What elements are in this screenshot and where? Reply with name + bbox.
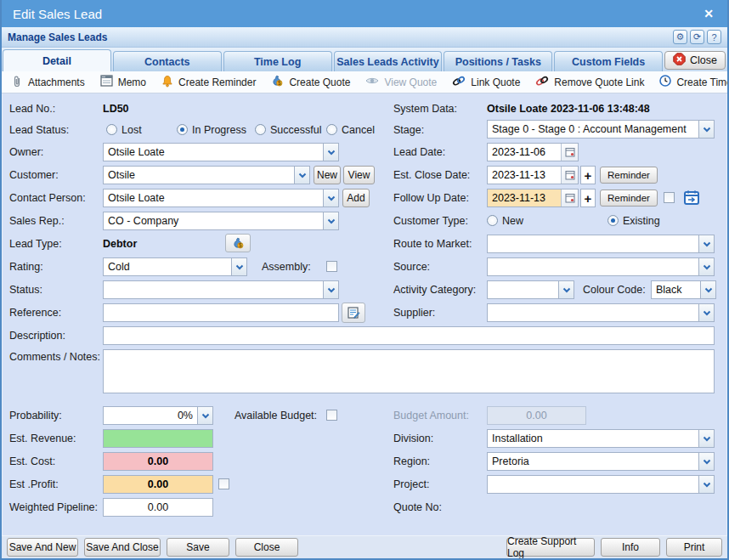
lead-status-lost-radio[interactable] (106, 124, 117, 135)
info-button[interactable]: Info (601, 538, 660, 557)
lead-status-in-progress-label[interactable]: In Progress (192, 124, 246, 136)
chevron-down-icon (558, 281, 574, 298)
memo-button[interactable]: Memo (93, 71, 154, 93)
chevron-down-icon (323, 144, 338, 161)
settings-icon[interactable]: ⚙ (673, 30, 687, 44)
system-data-label: System Data: (393, 103, 457, 115)
tab-sales-leads-activity[interactable]: Sales Leads Activity (334, 51, 443, 71)
customer-type-existing-radio[interactable] (608, 215, 619, 226)
lead-status-successful-radio[interactable] (255, 124, 266, 135)
customer-type-new-radio[interactable] (487, 215, 498, 226)
lead-status-successful-label[interactable]: Successful (270, 124, 321, 136)
title-bar: Edit Sales Lead ✕ (2, 0, 727, 27)
weighted-pipeline-label: Weighted Pipeline: (9, 501, 98, 513)
customer-type-existing-label[interactable]: Existing (623, 215, 660, 227)
owner-value: Otsile Loate (104, 144, 323, 161)
lead-status-cancel-radio[interactable] (326, 124, 337, 135)
date-picker-icon[interactable] (561, 144, 578, 161)
customer-view-button[interactable]: View (343, 166, 375, 184)
tab-contacts[interactable]: Contacts (113, 51, 222, 71)
est-profit-checkbox[interactable] (218, 478, 229, 489)
memo-label: Memo (118, 76, 146, 88)
follow-up-reminder-button[interactable]: Reminder (600, 189, 658, 206)
sales-rep-select[interactable]: CO - Company (103, 212, 339, 230)
tab-custom-fields[interactable]: Custom Fields (554, 51, 663, 71)
follow-up-checkbox[interactable] (664, 192, 675, 203)
date-picker-icon[interactable] (561, 167, 578, 184)
remove-quote-link-button[interactable]: Remove Quote Link (528, 71, 652, 93)
lead-status-in-progress-radio[interactable] (177, 124, 188, 135)
est-close-date-add-icon[interactable]: + (580, 166, 596, 184)
supplier-value (488, 304, 698, 321)
activity-category-select[interactable] (487, 280, 574, 299)
colour-code-select[interactable]: Black (651, 280, 716, 299)
reference-input[interactable] (103, 303, 339, 322)
close-button[interactable]: Close (235, 538, 298, 557)
customer-type-new-label[interactable]: New (502, 215, 523, 227)
calendar-schedule-icon[interactable] (681, 188, 703, 207)
chevron-down-icon (700, 281, 715, 298)
est-close-date-input[interactable]: 2023-11-13 (487, 166, 579, 184)
print-button[interactable]: Print (666, 538, 722, 557)
est-cost-field[interactable]: 0.00 (103, 452, 213, 471)
create-reminder-button[interactable]: Create Reminder (154, 71, 263, 93)
lead-type-money-bag-icon[interactable]: $ (225, 234, 251, 252)
create-support-log-button[interactable]: Create Support Log (506, 538, 595, 557)
budget-amount-input (487, 406, 586, 425)
probability-value: 0% (104, 407, 197, 424)
save-and-new-button[interactable]: Save And New (7, 538, 78, 557)
follow-up-date-input[interactable]: 2023-11-13 (487, 189, 579, 207)
customer-select[interactable]: Otsile (103, 166, 310, 184)
est-profit-field[interactable]: 0.00 (103, 475, 213, 494)
contact-person-select[interactable]: Otsile Loate (103, 189, 339, 207)
window-close-icon[interactable]: ✕ (701, 7, 716, 20)
rating-select[interactable]: Cold (103, 257, 247, 276)
lead-date-input[interactable]: 2023-11-06 (487, 143, 579, 161)
create-time-log-button[interactable]: Create Time Log (652, 71, 729, 93)
source-select[interactable] (487, 257, 715, 276)
memo-icon (100, 75, 113, 89)
lead-date-label: Lead Date: (393, 146, 445, 158)
est-revenue-label: Est. Revenue: (9, 433, 76, 444)
project-select[interactable] (487, 475, 715, 494)
reference-notes-icon[interactable] (342, 303, 365, 323)
create-quote-button[interactable]: $ Create Quote (263, 71, 358, 93)
close-tab-button[interactable]: Close (664, 51, 726, 70)
probability-select[interactable]: 0% (103, 406, 213, 425)
tab-detail[interactable]: Detail (3, 49, 111, 71)
comments-notes-label: Comments / Notes: (9, 351, 100, 363)
follow-up-date-add-icon[interactable]: + (580, 189, 596, 207)
assembly-checkbox[interactable] (326, 261, 337, 272)
save-button[interactable]: Save (167, 538, 229, 557)
est-close-reminder-button[interactable]: Reminder (600, 167, 658, 184)
colour-code-label: Colour Code: (583, 284, 646, 296)
comments-notes-textarea[interactable] (103, 349, 715, 393)
route-to-market-select[interactable] (487, 235, 715, 253)
activity-category-label: Activity Category: (393, 284, 476, 296)
tab-positions-tasks[interactable]: Positions / Tasks (444, 51, 552, 71)
owner-select[interactable]: Otsile Loate (103, 143, 339, 161)
lead-status-lost-label[interactable]: Lost (122, 124, 142, 136)
division-select[interactable]: Installation (487, 429, 715, 448)
attachments-button[interactable]: Attachments (3, 71, 93, 93)
weighted-pipeline-input[interactable] (103, 498, 213, 517)
contact-person-label: Contact Person: (9, 192, 86, 204)
date-picker-icon[interactable] (561, 189, 578, 206)
budget-amount-label: Budget Amount: (393, 410, 469, 421)
available-budget-checkbox[interactable] (326, 410, 337, 421)
status-select[interactable] (103, 280, 339, 299)
link-quote-button[interactable]: Link Quote (444, 71, 528, 93)
save-and-close-button[interactable]: Save And Close (84, 538, 161, 557)
tab-time-log[interactable]: Time Log (223, 51, 332, 71)
chevron-down-icon (698, 430, 714, 447)
supplier-select[interactable] (487, 303, 715, 322)
help-icon[interactable]: ? (707, 30, 721, 44)
description-input[interactable] (103, 326, 715, 345)
lead-status-cancel-label[interactable]: Cancel (342, 124, 375, 136)
customer-new-button[interactable]: New (314, 166, 341, 184)
stage-select[interactable]: Stage 0 - Stage 0 : Account Management (487, 120, 715, 139)
est-revenue-field[interactable] (103, 429, 213, 448)
region-select[interactable]: Pretoria (487, 452, 715, 471)
refresh-icon[interactable]: ⟳ (690, 30, 704, 44)
contact-person-add-button[interactable]: Add (342, 189, 370, 207)
